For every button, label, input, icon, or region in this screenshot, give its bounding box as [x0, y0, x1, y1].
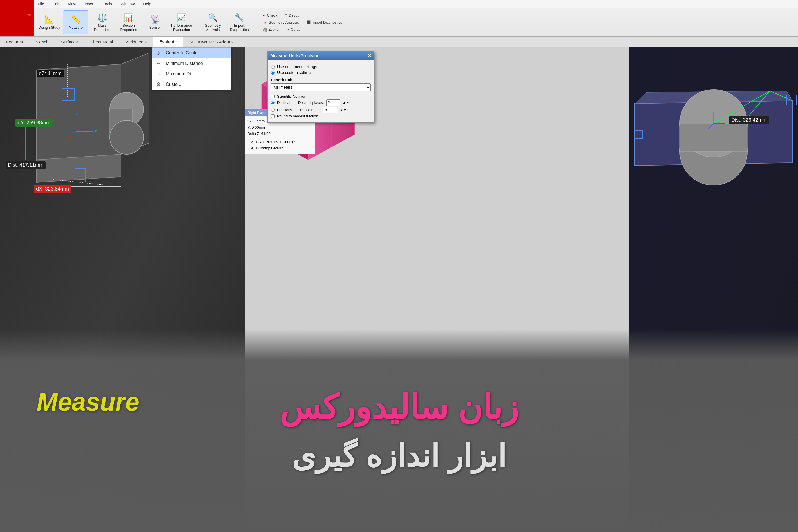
- menu-insert[interactable]: Insert: [83, 1, 96, 7]
- svg-rect-26: [680, 123, 747, 151]
- fractions-row: Fractions Denominator ▲▼: [271, 107, 371, 113]
- decimal-places-input[interactable]: [326, 99, 340, 106]
- max-dist-icon: ↔: [156, 71, 163, 77]
- decimal-row: Decimal Decimal places: ▲▼: [271, 99, 371, 106]
- scientific-notation-row: Scientific Notation: [271, 94, 371, 98]
- menu-window[interactable]: Window: [119, 1, 136, 7]
- center-icon: ⊕: [156, 50, 163, 56]
- curv-button[interactable]: 〰 Curv...: [284, 26, 303, 32]
- dropdown-menu: ⊕ Center to Center ↔ Minimum Distance ↔ …: [152, 47, 231, 90]
- use-custom-settings-radio[interactable]: [271, 71, 275, 75]
- menu-tools[interactable]: Tools: [101, 1, 114, 7]
- persian-title: زبان سالیدورکس: [280, 387, 518, 427]
- import-diagnostics-button[interactable]: 🔧 Import Diagnostics: [227, 11, 252, 34]
- custom-icon: ⚙: [156, 81, 163, 88]
- tab-weldments[interactable]: Weldments: [119, 37, 153, 47]
- menu-edit[interactable]: Edit: [51, 1, 61, 7]
- tab-sheet-metal[interactable]: Sheet Metal: [84, 37, 119, 47]
- svg-point-7: [110, 120, 144, 154]
- scientific-notation-checkbox[interactable]: [271, 95, 275, 98]
- dialog-titlebar: Measure Units/Precision ✕: [268, 52, 374, 60]
- deviance-button[interactable]: ◻ Devi...: [282, 13, 301, 18]
- maximum-distance-item[interactable]: ↔ Maximum Di...: [152, 69, 230, 79]
- menu-help[interactable]: Help: [141, 1, 153, 7]
- selection-box-2: [75, 168, 86, 183]
- import-diagnostics-icon: 🔧: [234, 13, 244, 22]
- denominator-input[interactable]: [323, 107, 337, 113]
- import-diagnostics-small[interactable]: ⬛ Import Diagnostics: [304, 19, 344, 25]
- performance-icon: 📈: [177, 13, 187, 22]
- tab-surfaces[interactable]: Surfaces: [55, 37, 84, 47]
- mass-properties-button[interactable]: ⚖️ Mass Properties: [90, 11, 115, 34]
- use-doc-settings-radio[interactable]: [271, 65, 275, 69]
- tab-sketch[interactable]: Sketch: [29, 37, 55, 47]
- section-properties-button[interactable]: 📊 Section Properties: [116, 11, 141, 34]
- round-nearest-checkbox[interactable]: [271, 114, 275, 118]
- performance-evaluation-button[interactable]: 📈 Performance Evaluation: [169, 11, 194, 34]
- round-nearest-row: Round to nearest fraction: [271, 114, 371, 118]
- separator2: [255, 13, 255, 32]
- toolbar-area: 🔴 SOLIDWORKS File Edit View Insert Tools…: [0, 0, 798, 37]
- svg-text:Z: Z: [94, 130, 97, 134]
- bottom-overlay: زبان سالیدورکس ابزار اندازه گیری: [0, 329, 798, 532]
- zebra-button[interactable]: 🦓 Zebr...: [261, 26, 281, 32]
- menu-file[interactable]: File: [36, 1, 46, 7]
- dialog-body: Use document settings Use custom setting…: [268, 60, 374, 122]
- length-unit-select[interactable]: Millimeters Inches Centimeters Meters: [271, 83, 371, 91]
- fractions-radio[interactable]: [271, 108, 275, 112]
- design-study-button[interactable]: 📐 Design Study: [37, 11, 62, 34]
- menu-bar: File Edit View Insert Tools Window Help: [34, 0, 798, 8]
- use-custom-settings-row: Use custom settings: [271, 70, 371, 75]
- center-to-center-item[interactable]: ⊕ Center to Center: [152, 48, 230, 58]
- sensor-icon: 📡: [150, 15, 160, 24]
- toolbar-buttons: 📐 Design Study 📏 Measure ⚖️ Mass Propert…: [34, 8, 798, 37]
- svg-text:🔴 SOLIDWORKS: 🔴 SOLIDWORKS: [27, 14, 31, 16]
- use-doc-settings-row: Use document settings: [271, 64, 371, 69]
- selection-box-1: [62, 88, 75, 101]
- dy-label: dY: 259.68mm: [16, 119, 53, 127]
- dist2-label: Dist: 326.42mm: [729, 116, 769, 124]
- main-content: Z Y dZ: 41mm dY: 259.68mm Dist: 417.11mm…: [0, 47, 798, 532]
- geometry-analysis-icon: 🔍: [208, 13, 218, 22]
- length-unit-label: Length unit: [271, 78, 371, 82]
- minimum-distance-item[interactable]: ↔ Minimum Distance: [152, 58, 230, 69]
- section-properties-icon: 📊: [124, 13, 134, 22]
- measure-icon: 📏: [71, 15, 81, 24]
- tab-evaluate[interactable]: Evaluate: [153, 37, 183, 47]
- persian-subtitle: ابزار اندازه گیری: [291, 438, 506, 474]
- svg-text:Y: Y: [75, 113, 78, 117]
- measure-units-dialog: Measure Units/Precision ✕ Use document s…: [267, 51, 374, 123]
- dz-label: dZ: 41mm: [37, 70, 64, 77]
- geometry-analysis-small[interactable]: 🔺 Geometry Analysis: [261, 19, 301, 25]
- decimal-radio[interactable]: [271, 101, 275, 104]
- custom-item[interactable]: ⚙ Custo...: [152, 79, 230, 90]
- separator: [197, 13, 197, 32]
- check-button[interactable]: ✓ Check: [261, 13, 280, 18]
- sw-logo: 🔴 SOLIDWORKS: [0, 0, 34, 36]
- sensor-button[interactable]: 📡 Sensor: [142, 11, 168, 34]
- design-study-icon: 📐: [44, 15, 54, 24]
- tab-addins[interactable]: SOLIDWORKS Add-Ins: [183, 37, 240, 47]
- tab-features[interactable]: Features: [0, 37, 29, 47]
- measure-italic-text: Measure: [37, 387, 139, 417]
- measure-button[interactable]: 📏 Measure: [63, 11, 89, 34]
- menu-view[interactable]: View: [66, 1, 78, 7]
- dx-label: dX: 323.84mm: [34, 185, 71, 193]
- mass-properties-icon: ⚖️: [97, 13, 107, 22]
- dialog-close-button[interactable]: ✕: [367, 53, 371, 58]
- min-dist-icon: ↔: [156, 60, 163, 66]
- geometry-analysis-button[interactable]: 🔍 Geometry Analysis: [200, 11, 226, 34]
- tabs-row: Features Sketch Surfaces Sheet Metal Wel…: [0, 37, 798, 47]
- dist-label: Dist: 417.11mm: [6, 161, 45, 169]
- svg-marker-2: [37, 64, 121, 160]
